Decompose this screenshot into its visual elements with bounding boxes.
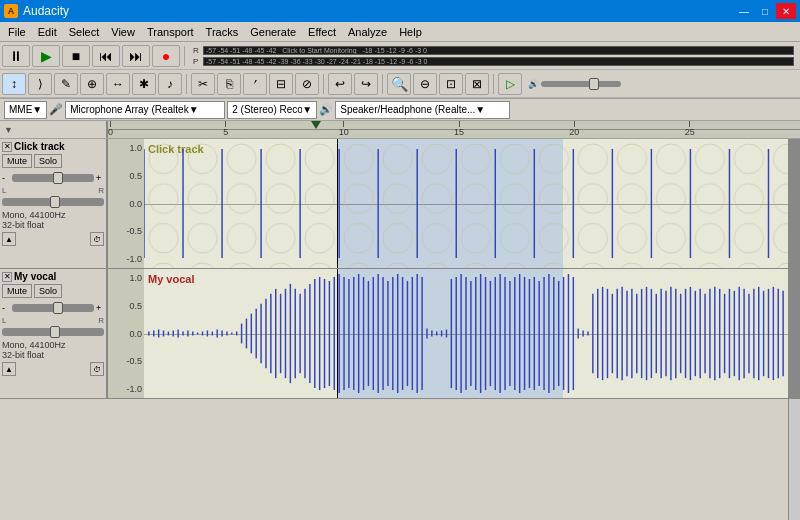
menu-file[interactable]: File [2, 24, 32, 40]
menu-select[interactable]: Select [63, 24, 106, 40]
menu-analyze[interactable]: Analyze [342, 24, 393, 40]
track-vocal-bottom: ▲ ⏱ [2, 362, 104, 376]
audio-host-select[interactable]: MME ▼ [4, 101, 47, 119]
track-vocal-yaxis: 1.0 0.5 0.0 -0.5 -1.0 [108, 269, 144, 398]
play-button[interactable]: ▶ [32, 45, 60, 67]
pan-slider2[interactable] [2, 328, 104, 336]
menu-transport[interactable]: Transport [141, 24, 200, 40]
svg-rect-1 [144, 139, 788, 268]
vol-min-label2: - [2, 303, 10, 313]
ruler-tick: 10 [339, 121, 349, 137]
vol-slider-row: - + [2, 303, 104, 313]
redo-button[interactable]: ↪ [354, 73, 378, 95]
ruler-tick: 0 [108, 121, 113, 137]
silence-button[interactable]: ⊘ [295, 73, 319, 95]
track-vocal-name: My vocal [12, 271, 104, 282]
mic-icon: 🎤 [49, 103, 63, 116]
zoom-tool-button[interactable]: ⊕ [80, 73, 104, 95]
close-button[interactable]: ✕ [776, 3, 796, 19]
track-click-close[interactable]: ✕ [2, 142, 12, 152]
timeshift-tool-button[interactable]: ↔ [106, 73, 130, 95]
track-vocal-menu[interactable]: ⏱ [90, 362, 104, 376]
vol-min-label: - [2, 173, 10, 183]
lr-right-label2: R [98, 316, 104, 325]
track-vocal-header: ✕ My vocal [2, 271, 104, 282]
menu-view[interactable]: View [105, 24, 141, 40]
track-vocal-close[interactable]: ✕ [2, 272, 12, 282]
volume-slider[interactable] [12, 174, 94, 182]
ruler-tick: 15 [454, 121, 464, 137]
lr-labels: L R [2, 186, 104, 195]
play2-button[interactable]: ▷ [498, 73, 522, 95]
tick-label: 25 [685, 127, 695, 137]
track-vocal-solo-button[interactable]: Solo [34, 284, 62, 298]
maximize-button[interactable]: □ [755, 3, 775, 19]
track-vocal-collapse[interactable]: ▲ [2, 362, 16, 376]
db-scale-right2 [788, 269, 800, 398]
zoom-in-button[interactable]: 🔍 [387, 73, 411, 95]
tick-label: 5 [223, 127, 228, 137]
minimize-button[interactable]: — [734, 3, 754, 19]
multi-tool-button[interactable]: ✱ [132, 73, 156, 95]
pan-slider[interactable] [2, 198, 104, 206]
menu-bar: File Edit Select View Transport Tracks G… [0, 22, 800, 42]
menu-help[interactable]: Help [393, 24, 428, 40]
track-click-solo-button[interactable]: Solo [34, 154, 62, 168]
track-click-mute-button[interactable]: Mute [2, 154, 32, 168]
record-button[interactable]: ● [152, 45, 180, 67]
lr-labels2: L R [2, 316, 104, 325]
track-vocal-mute-button[interactable]: Mute [2, 284, 32, 298]
undo-button[interactable]: ↩ [328, 73, 352, 95]
track-vocal: ✕ My vocal Mute Solo - + [0, 269, 800, 399]
trim-button[interactable]: ⊟ [269, 73, 293, 95]
track-click-menu[interactable]: ⏱ [90, 232, 104, 246]
tools-toolbar: ↕ ⟩ ✎ ⊕ ↔ ✱ ♪ ✂ ⎘ ⎖ ⊟ ⊘ ↩ ↪ 🔍 ⊖ ⊡ ⊠ ▷ 🔊 [0, 70, 800, 98]
separator3 [323, 74, 324, 94]
vol-max-label: + [96, 173, 104, 183]
skip-back-button[interactable]: ⏮ [92, 45, 120, 67]
playback-cursor [337, 139, 338, 268]
selection-tool-button[interactable]: ↕ [2, 73, 26, 95]
zoom-fit-button[interactable]: ⊡ [439, 73, 463, 95]
stop-button[interactable]: ■ [62, 45, 90, 67]
menu-tracks[interactable]: Tracks [200, 24, 245, 40]
skip-forward-button[interactable]: ⏭ [122, 45, 150, 67]
track-click-sliders: - + L R [2, 173, 104, 206]
volume-slider2[interactable] [12, 304, 94, 312]
timeline-ruler[interactable]: ▼ 051015202530 [0, 121, 800, 139]
track-click-collapse[interactable]: ▲ [2, 232, 16, 246]
track-vocal-canvas[interactable]: 1.0 0.5 0.0 -0.5 -1.0 My vocal [108, 269, 800, 398]
vol-max-label2: + [96, 303, 104, 313]
track-click-name: Click track [12, 141, 104, 152]
track-click-info: Mono, 44100Hz32-bit float [2, 210, 104, 230]
track-vocal-sliders: - + L R [2, 303, 104, 336]
pause-button[interactable]: ⏸ [2, 45, 30, 67]
zoom-sel-button[interactable]: ⊠ [465, 73, 489, 95]
separator2 [186, 74, 187, 94]
menu-effect[interactable]: Effect [302, 24, 342, 40]
channels-select[interactable]: 2 (Stereo) Recor... ▼ [227, 101, 317, 119]
lr-left-label2: L [2, 316, 6, 325]
track-click-canvas[interactable]: 1.0 0.5 0.0 -0.5 -1.0 Click track [108, 139, 800, 268]
track-click-controls: ✕ Click track Mute Solo - + [0, 139, 108, 268]
draw-tool-button[interactable]: ✎ [54, 73, 78, 95]
transport-toolbar: ⏸ ▶ ■ ⏮ ⏭ ● R -57 -54 -51 -48 -45 -42 Cl… [0, 42, 800, 70]
click-waveform [144, 139, 788, 268]
mic-device-select[interactable]: Microphone Array (Realtek ▼ [65, 101, 225, 119]
speaker-device-select[interactable]: Speaker/Headphone (Realte... ▼ [335, 101, 510, 119]
toolbar-area: ⏸ ▶ ■ ⏮ ⏭ ● R -57 -54 -51 -48 -45 -42 Cl… [0, 42, 800, 99]
ruler-tick: 20 [569, 121, 579, 137]
menu-edit[interactable]: Edit [32, 24, 63, 40]
zoom-out-button[interactable]: ⊖ [413, 73, 437, 95]
speaker-icon[interactable]: ♪ [158, 73, 182, 95]
menu-generate[interactable]: Generate [244, 24, 302, 40]
vocal-waveform [144, 269, 788, 398]
cut-button[interactable]: ✂ [191, 73, 215, 95]
track-vocal-mute-solo: Mute Solo [2, 284, 104, 298]
envelope-tool-button[interactable]: ⟩ [28, 73, 52, 95]
paste-button[interactable]: ⎖ [243, 73, 267, 95]
copy-button[interactable]: ⎘ [217, 73, 241, 95]
separator [184, 46, 185, 66]
track-vocal-info: Mono, 44100Hz32-bit float [2, 340, 104, 360]
device-bar: MME ▼ 🎤 Microphone Array (Realtek ▼ 2 (S… [0, 99, 800, 121]
